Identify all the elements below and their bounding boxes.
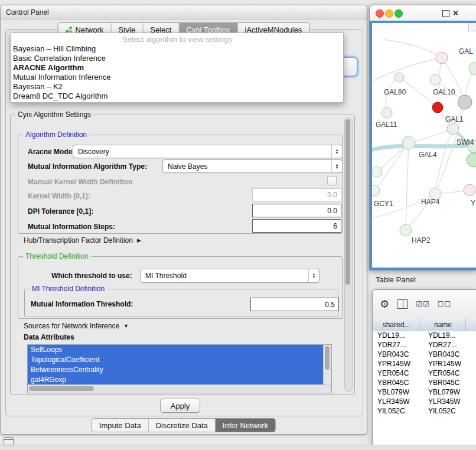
- network-node[interactable]: [447, 123, 459, 135]
- popup-item-selected[interactable]: ARACNE Algorithm: [11, 63, 343, 73]
- mac-zoom-button[interactable]: [395, 9, 403, 18]
- network-node[interactable]: [467, 153, 476, 167]
- table-cell[interactable]: YIL052C: [373, 407, 423, 416]
- network-node[interactable]: [430, 74, 441, 85]
- table-cell[interactable]: YIL052C: [423, 407, 472, 416]
- table-cell[interactable]: YBL079W: [373, 388, 423, 397]
- deselect-all-columns-icon[interactable]: ☐☐: [438, 300, 452, 308]
- network-node[interactable]: [372, 167, 382, 177]
- tab-label: Discretize Data: [156, 421, 208, 430]
- table-row[interactable]: YIL052CYIL052C: [373, 407, 476, 416]
- network-node[interactable]: [469, 62, 476, 75]
- table-cell[interactable]: YER054C: [373, 369, 423, 379]
- network-canvas-area: GALGAL80GAL10GAL11GAL1SWI4GAL4GCY1HAP4YH…: [370, 21, 476, 270]
- network-scrollbar-corner: [468, 23, 476, 31]
- float-window-icon[interactable]: [442, 10, 449, 17]
- tab-label: Infer Network: [223, 421, 268, 430]
- network-view-window: × GALGAL80GAL10GAL11GAL1SWI4GAL4GCY1HAP4…: [369, 5, 476, 270]
- popup-item[interactable]: Bayesian – K2: [11, 82, 343, 92]
- column-header-extra[interactable]: [466, 318, 476, 331]
- table-panel-window: ⚙ ☑☑ ☐☐ shared... name YDL19...YDL19...1…: [372, 289, 476, 446]
- network-node-label: GCY1: [374, 200, 393, 208]
- table-row[interactable]: YBR045CYBR045C9.: [373, 379, 476, 388]
- column-header-shared-name[interactable]: shared...: [373, 318, 420, 331]
- popup-item[interactable]: Mutual Information Inference: [11, 73, 343, 82]
- table-cell[interactable]: [472, 407, 476, 416]
- table-cell[interactable]: YBL079W: [423, 388, 472, 397]
- popup-item[interactable]: Bayesian – Hill Climbing: [11, 44, 343, 54]
- table-cell[interactable]: 9.: [472, 397, 476, 407]
- network-window-titlebar[interactable]: ×: [370, 5, 476, 21]
- tab-infer-network[interactable]: Infer Network: [216, 419, 275, 432]
- network-node[interactable]: [400, 224, 412, 236]
- table-cell[interactable]: 12: [472, 341, 476, 350]
- network-node-label: GAL: [459, 47, 473, 56]
- cyni-bottom-tabs: Impute Data Discretize Data Infer Networ…: [92, 418, 276, 432]
- tab-impute-data[interactable]: Impute Data: [92, 419, 149, 432]
- network-node[interactable]: [402, 136, 415, 149]
- table-cell[interactable]: YBR043C: [373, 350, 423, 360]
- table-cell[interactable]: YDR27...: [373, 341, 423, 350]
- table-cell[interactable]: YDR27...: [423, 341, 472, 350]
- table-cell[interactable]: YDL19...: [373, 331, 423, 341]
- table-cell[interactable]: 8.: [472, 369, 476, 379]
- gear-icon[interactable]: ⚙: [380, 299, 389, 309]
- table-cell[interactable]: YDL19...: [423, 331, 472, 341]
- network-edge: [384, 40, 442, 58]
- popup-item[interactable]: Basic Correlation Inference: [11, 54, 343, 63]
- table-cell[interactable]: YLR345W: [373, 397, 423, 407]
- table-cell[interactable]: [472, 388, 476, 397]
- network-node-label: GAL10: [433, 88, 455, 96]
- network-node-label: GAL1: [445, 115, 464, 123]
- network-node[interactable]: [458, 95, 472, 109]
- tab-discretize-data[interactable]: Discretize Data: [149, 419, 216, 432]
- network-node[interactable]: [464, 184, 475, 196]
- table-cell[interactable]: YER054C: [423, 369, 472, 379]
- network-node[interactable]: [395, 73, 404, 82]
- network-node-label: GAL11: [376, 120, 397, 129]
- network-edge: [406, 143, 409, 230]
- table-rows: YDL19...YDL19...13YDR27...YDR27...12YBR0…: [373, 331, 476, 445]
- table-row[interactable]: YLR345WYLR345W9.: [373, 397, 476, 407]
- tab-label: Impute Data: [99, 421, 141, 430]
- table-cell[interactable]: YPR145W: [423, 360, 472, 369]
- network-node[interactable]: [372, 185, 380, 196]
- table-cell[interactable]: YBR045C: [423, 379, 472, 388]
- table-cell[interactable]: 9.: [472, 360, 476, 369]
- control-panel-titlebar[interactable]: Control Panel: [1, 5, 367, 19]
- columns-icon[interactable]: [397, 299, 408, 309]
- table-toolbar: ⚙ ☑☑ ☐☐: [373, 290, 476, 319]
- table-cell[interactable]: YBR043C: [423, 350, 472, 360]
- network-node[interactable]: [436, 52, 448, 64]
- table-row[interactable]: YBR043CYBR043C: [373, 350, 476, 360]
- table-row[interactable]: YDL19...YDL19...13: [373, 331, 476, 341]
- table-row[interactable]: YBL079WYBL079W: [373, 388, 476, 397]
- table-row[interactable]: YPR145WYPR145W9.: [373, 360, 476, 369]
- table-cell[interactable]: [472, 350, 476, 360]
- algorithm-dropdown-popup: Select algorithm to view settings Bayesi…: [11, 32, 344, 103]
- close-window-icon[interactable]: ×: [453, 7, 458, 19]
- mac-minimize-button[interactable]: [385, 9, 393, 18]
- popup-item[interactable]: Dream8 DC_TDC Algorithm: [11, 92, 343, 101]
- table-row[interactable]: YER054CYER054C8.: [373, 369, 476, 379]
- mac-close-button[interactable]: [376, 9, 384, 18]
- footer-bar: [0, 445, 476, 450]
- network-node[interactable]: [382, 107, 392, 118]
- table-panel-title: Table Panel: [376, 275, 416, 284]
- table-cell[interactable]: 9.: [472, 379, 476, 388]
- network-canvas[interactable]: GALGAL80GAL10GAL11GAL1SWI4GAL4GCY1HAP4YH…: [372, 23, 476, 266]
- network-node[interactable]: [432, 102, 443, 113]
- network-node-label: HAP2: [412, 236, 431, 244]
- table-cell[interactable]: 13: [472, 331, 476, 341]
- column-header-label: shared...: [383, 321, 410, 329]
- select-all-columns-icon[interactable]: ☑☑: [416, 300, 430, 308]
- collapsed-panel-icon[interactable]: [4, 437, 14, 445]
- column-header-name[interactable]: name: [420, 318, 466, 331]
- table-row[interactable]: YDR27...YDR27...12: [373, 341, 476, 350]
- control-panel-title: Control Panel: [6, 8, 49, 17]
- network-node-label: GAL80: [384, 88, 406, 96]
- table-cell[interactable]: YBR045C: [373, 379, 423, 388]
- table-cell[interactable]: YPR145W: [373, 360, 423, 369]
- table-cell[interactable]: YLR345W: [423, 397, 472, 407]
- column-header-label: name: [434, 321, 452, 329]
